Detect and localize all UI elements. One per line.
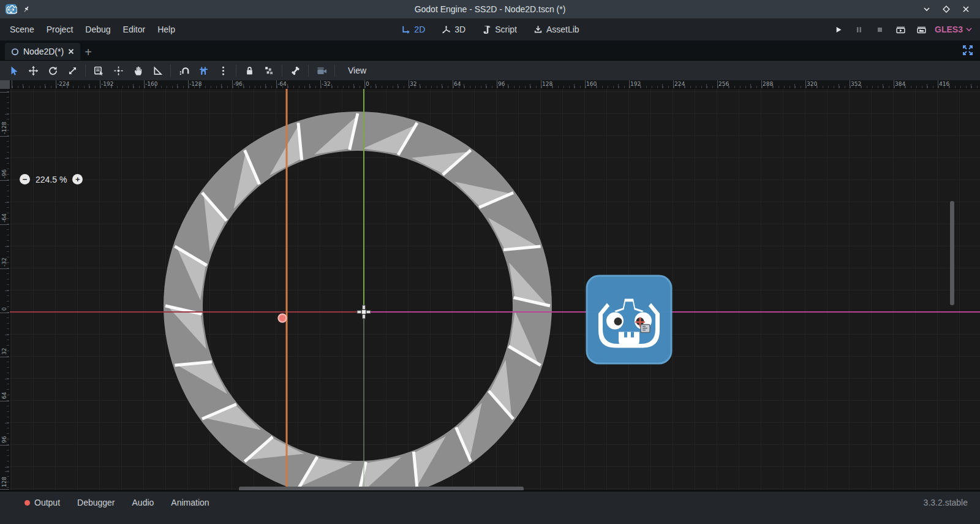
lock-icon [244, 65, 255, 77]
horizontal-ruler[interactable]: -224-192-160-128-96-64-32032649612816019… [10, 80, 980, 89]
expand-viewport-button[interactable] [962, 44, 974, 56]
bottom-tab-label: Animation [171, 498, 209, 507]
zoom-level: 224.5 % [36, 175, 67, 184]
viewport-canvas[interactable]: -224-192-160-128-96-64-32032649612816019… [0, 80, 980, 490]
override-camera-button [312, 62, 331, 79]
list-select-tool[interactable] [89, 62, 108, 79]
sprite-mouth [619, 332, 639, 347]
workspace-script-button[interactable]: Script [477, 22, 522, 37]
ruler-label: 0 [1, 307, 7, 311]
ruler-label: 192 [630, 81, 641, 87]
window-maximize-button[interactable] [941, 4, 952, 15]
workspace-2d-button[interactable]: 2D [396, 22, 430, 37]
vertical-scrollbar[interactable] [950, 201, 954, 305]
sprite-mouth-slot [631, 332, 634, 338]
bottom-panel-animation[interactable]: Animation [165, 496, 215, 509]
ruler-label: -64 [1, 213, 7, 222]
window-close-button[interactable] [960, 4, 971, 15]
view-menu-button[interactable]: View [342, 63, 372, 78]
menubar: SceneProjectDebugEditorHelp 2D3DScriptAs… [0, 18, 980, 40]
ruler-label: -224 [57, 81, 69, 87]
workspace-3d-icon [441, 25, 451, 35]
workspace-3d-button[interactable]: 3D [436, 22, 470, 37]
canvas-toolbar: View [0, 61, 980, 80]
move-tool[interactable] [23, 62, 43, 79]
group-button[interactable] [259, 62, 279, 79]
skeleton-options-button[interactable] [285, 62, 305, 79]
pan-tool[interactable] [128, 62, 148, 79]
menu-editor[interactable]: Editor [117, 21, 152, 38]
snap-options-menu[interactable] [213, 62, 233, 79]
lock-button[interactable] [239, 62, 259, 79]
ruler-label: 320 [807, 81, 817, 87]
script-icon [481, 25, 492, 35]
play-custom-scene-icon [916, 25, 927, 35]
play-custom-scene-button[interactable] [914, 22, 929, 37]
ruler-label: 64 [454, 81, 461, 87]
sprite-mouth-slot [624, 332, 627, 338]
select-tool[interactable] [4, 62, 23, 79]
bottom-panel-debugger[interactable]: Debugger [71, 496, 121, 509]
scale-tool[interactable] [62, 62, 82, 79]
grid-snap-toggle[interactable] [194, 62, 213, 79]
close-tab-icon[interactable] [67, 48, 75, 55]
move-icon [28, 65, 39, 77]
pivot-tool[interactable] [108, 62, 128, 79]
workspace-2d-icon [401, 25, 411, 35]
select-icon [8, 65, 20, 77]
zoom-out-button[interactable]: − [20, 174, 30, 184]
renderer-dropdown[interactable]: GLES3 [935, 25, 973, 34]
sprite-left-pupil [614, 317, 622, 325]
bottom-panel-audio[interactable]: Audio [126, 496, 160, 509]
menu-help[interactable]: Help [151, 21, 181, 38]
ruler-label: 32 [1, 348, 7, 355]
workspace-assetlib-button[interactable]: AssetLib [528, 22, 584, 37]
origin-gizmo [363, 305, 366, 309]
origin-gizmo [366, 311, 371, 314]
menu-debug[interactable]: Debug [79, 21, 116, 38]
ring-shape[interactable] [164, 112, 552, 490]
stop-button [872, 22, 887, 37]
menu-project[interactable]: Project [40, 21, 80, 38]
ruler-label: -96 [233, 81, 243, 87]
ruler-label: 64 [1, 392, 7, 399]
pan-icon [132, 65, 144, 77]
camera-icon [316, 65, 328, 77]
add-scene-tab-button[interactable]: + [80, 44, 96, 60]
pause-icon [854, 25, 864, 35]
zoom-in-button[interactable]: + [72, 174, 83, 184]
zoom-widget: − 224.5 % + [20, 174, 83, 184]
scene-tab-label: Node2D(*) [23, 47, 64, 56]
vertical-ruler[interactable]: -128-96-64-320326496128 [0, 89, 10, 490]
ruler-label: 128 [1, 477, 7, 487]
control-point-handle[interactable] [279, 314, 287, 322]
scene-drawing [0, 80, 980, 490]
ruler-icon [152, 65, 164, 77]
ruler-label: -32 [1, 257, 7, 267]
ruler-label: 352 [851, 81, 861, 87]
ruler-label: 0 [366, 81, 369, 87]
toolbar-separator [334, 64, 335, 77]
ruler-label: 384 [895, 81, 905, 87]
output-notification-dot [24, 500, 30, 506]
menu-scene[interactable]: Scene [4, 21, 40, 38]
ruler-label: -128 [189, 81, 202, 87]
scale-icon [67, 65, 78, 77]
horizontal-scrollbar[interactable] [239, 487, 524, 490]
workspace-label: Script [495, 25, 517, 34]
play-scene-button[interactable] [893, 22, 908, 37]
window-minimize-button[interactable] [921, 4, 932, 15]
ruler-label: 160 [586, 81, 597, 87]
play-button[interactable] [831, 22, 845, 37]
godot-icon-sprite[interactable] [587, 276, 671, 363]
toolbar-separator [308, 64, 309, 77]
ruler-label: -96 [1, 169, 7, 178]
bottom-panel-output[interactable]: Output [18, 496, 66, 509]
scene-tab-node2d[interactable]: Node2D(*) [5, 43, 80, 60]
smart-snap-toggle[interactable] [174, 62, 194, 79]
origin-gizmo [363, 314, 366, 319]
ruler-tool[interactable] [148, 62, 167, 79]
rotate-tool[interactable] [43, 62, 62, 79]
pin-icon[interactable] [22, 4, 31, 14]
ruler-label: 96 [498, 81, 505, 87]
